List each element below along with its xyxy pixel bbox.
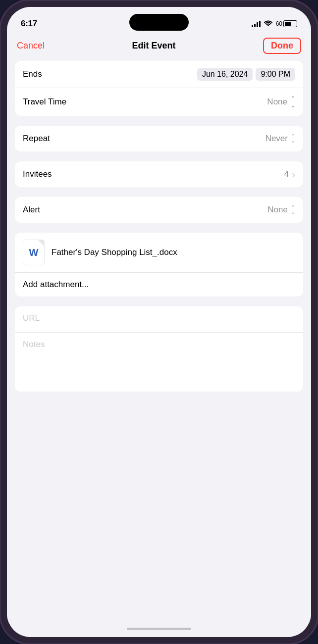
screen: 6:17 60 <box>7 7 311 637</box>
ends-row[interactable]: Ends Jun 16, 2024 9:00 PM <box>15 61 303 88</box>
invitees-value: 4 › <box>284 169 295 180</box>
alert-row[interactable]: Alert None ⌃ ⌄ <box>15 197 303 223</box>
invitees-row[interactable]: Invitees 4 › <box>15 161 303 187</box>
add-attachment-row[interactable]: Add attachment... <box>15 272 303 297</box>
ends-label: Ends <box>23 69 42 79</box>
attachment-filename: Father's Day Shopping List_.docx <box>52 248 177 257</box>
url-notes-section: URL Notes <box>15 306 303 392</box>
repeat-section: Repeat Never ⌃ ⌄ <box>15 126 303 151</box>
alert-label: Alert <box>23 205 40 215</box>
page-title: Edit Event <box>132 41 176 51</box>
url-row[interactable]: URL <box>15 306 303 332</box>
travel-time-value: None ⌃⌄ <box>267 95 295 109</box>
alert-text: None <box>267 205 288 215</box>
add-attachment-label: Add attachment... <box>23 280 89 289</box>
datetime-section: Ends Jun 16, 2024 9:00 PM Travel Time No… <box>15 61 303 116</box>
repeat-chevron-icon: ⌃ ⌄ <box>291 134 295 143</box>
repeat-text: Never <box>265 134 288 144</box>
word-file-icon: W <box>23 240 45 265</box>
wifi-icon <box>264 20 272 28</box>
ends-date-pill[interactable]: Jun 16, 2024 <box>197 68 253 81</box>
repeat-row[interactable]: Repeat Never ⌃ ⌄ <box>15 126 303 151</box>
invitees-chevron-icon: › <box>292 169 295 180</box>
travel-time-row[interactable]: Travel Time None ⌃⌄ <box>15 88 303 116</box>
repeat-value: Never ⌃ ⌄ <box>265 134 295 144</box>
dynamic-island <box>129 14 189 31</box>
home-indicator <box>7 620 311 637</box>
invitees-label: Invitees <box>23 169 52 179</box>
travel-time-label: Travel Time <box>23 97 66 107</box>
cancel-button[interactable]: Cancel <box>17 41 45 51</box>
phone-frame: 6:17 60 <box>0 0 318 644</box>
status-time: 6:17 <box>21 19 37 29</box>
alert-section: Alert None ⌃ ⌄ <box>15 197 303 223</box>
done-button[interactable]: Done <box>263 38 301 54</box>
alert-value: None ⌃ ⌄ <box>267 205 295 215</box>
ends-value: Jun 16, 2024 9:00 PM <box>197 68 295 81</box>
url-placeholder: URL <box>23 313 40 323</box>
battery-percent: 60 <box>276 20 282 27</box>
attachment-file-row[interactable]: W Father's Day Shopping List_.docx <box>15 233 303 272</box>
home-bar <box>127 628 191 630</box>
invitees-count: 4 <box>284 169 289 179</box>
status-right: 60 <box>252 20 297 28</box>
attachments-section: W Father's Day Shopping List_.docx Add a… <box>15 233 303 297</box>
content-area: Ends Jun 16, 2024 9:00 PM Travel Time No… <box>7 61 311 620</box>
nav-bar: Cancel Edit Event Done <box>7 34 311 61</box>
notes-placeholder: Notes <box>23 340 45 349</box>
travel-time-text: None <box>267 97 287 107</box>
invitees-section: Invitees 4 › <box>15 161 303 187</box>
travel-time-chevron-icon: ⌃⌄ <box>290 95 295 109</box>
battery-icon: 60 <box>276 20 297 27</box>
signal-icon <box>252 20 261 27</box>
alert-chevron-icon: ⌃ ⌄ <box>291 205 295 214</box>
notes-row[interactable]: Notes <box>15 332 303 392</box>
ends-time-pill[interactable]: 9:00 PM <box>256 68 295 81</box>
repeat-label: Repeat <box>23 134 50 144</box>
